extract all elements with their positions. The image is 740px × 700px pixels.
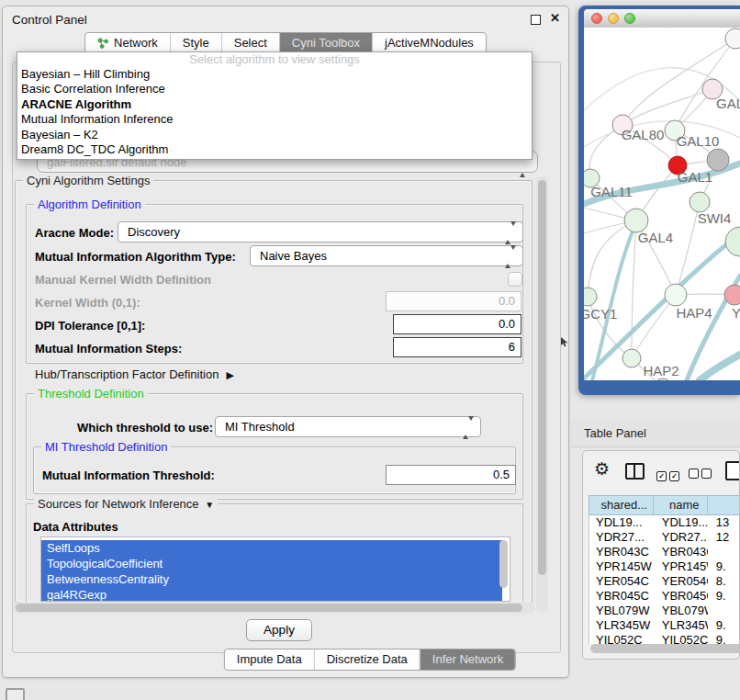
table-cell: YER054C — [589, 574, 654, 589]
algorithm-list: Bayesian – Hill ClimbingBasic Correlatio… — [17, 67, 532, 157]
close-traffic-light[interactable] — [591, 13, 602, 24]
algorithm-placeholder: Select algorithm to view settings — [17, 52, 532, 67]
split-columns-icon[interactable] — [625, 463, 645, 480]
algorithm-option[interactable]: Bayesian – Hill Climbing — [17, 67, 532, 82]
node-table-body: YDL19...YDL19...13YDR27...YDR27...12YBR0… — [589, 515, 740, 644]
tab-select[interactable]: Select — [221, 33, 279, 53]
network-node-salmon-node[interactable] — [724, 285, 740, 305]
mi-steps-field[interactable]: 6 — [393, 337, 521, 357]
table-row[interactable]: YBR043CYBR043C — [589, 545, 740, 559]
data-attributes-list[interactable]: SelfLoopsTopologicalCoefficientBetweenne… — [40, 536, 510, 602]
float-window-icon[interactable] — [531, 15, 541, 25]
table-cell: YBR043C — [589, 545, 654, 559]
select-all-columns-icon[interactable]: ✓✓ — [656, 466, 682, 482]
algorithm-option[interactable]: Basic Correlation Inference — [17, 82, 532, 96]
table-cell: YBL079W — [589, 604, 654, 618]
table-cell: YLR345W — [654, 618, 708, 633]
kernel-width-label: Kernel Width (0,1): — [35, 296, 140, 310]
table-cell: 8. — [708, 574, 740, 589]
table-row[interactable]: YIL052CYIL052C9. — [589, 633, 740, 644]
column-header-name[interactable]: name — [654, 496, 708, 514]
mi-threshold-field[interactable]: 0.5 — [386, 465, 516, 485]
node-label: GAL11 — [590, 184, 633, 199]
zoom-traffic-light[interactable] — [624, 13, 635, 24]
table-row[interactable]: YBL079WYBL079W — [589, 604, 740, 618]
network-edge[interactable] — [622, 89, 712, 125]
network-edge[interactable] — [632, 220, 636, 358]
data-attribute-item[interactable]: TopologicalCoefficient — [41, 556, 502, 571]
settings-vscrollbar-thumb[interactable] — [538, 180, 546, 575]
column-header-shared-name[interactable]: shared... — [589, 496, 654, 514]
tab-cyni-toolbox[interactable]: Cyni Toolbox — [279, 33, 372, 53]
table-row[interactable]: YLR345WYLR345W9. — [589, 618, 740, 633]
table-settings-gear-icon[interactable]: ⚙ — [594, 460, 610, 478]
window-title: Control Panel — [12, 13, 87, 27]
kernel-width-field[interactable]: 0.0 — [386, 291, 521, 311]
manual-kernel-checkbox[interactable] — [508, 272, 522, 287]
table-row[interactable]: YER054CYER054C8. — [589, 574, 740, 589]
which-threshold-combo[interactable]: MI Threshold — [215, 416, 481, 437]
table-cell: YLR345W — [589, 618, 654, 633]
table-cell: YIL052C — [654, 633, 708, 644]
aracne-mode-combo[interactable]: Discovery — [118, 221, 523, 243]
partial-bottom-icon[interactable] — [6, 688, 25, 700]
mouse-cursor-icon — [560, 337, 569, 348]
algorithm-definition-legend: Algorithm Definition — [34, 198, 145, 211]
data-attribute-item[interactable]: BetweennessCentrality — [41, 571, 502, 587]
tab-discretize-data[interactable]: Discretize Data — [314, 649, 420, 670]
settings-hscrollbar-thumb[interactable] — [16, 604, 522, 612]
network-node-hap2[interactable] — [622, 349, 641, 367]
table-panel-strip: Table Panel — [571, 421, 740, 447]
node-label: GAL80 — [622, 127, 665, 142]
node-label: GCY1 — [584, 306, 617, 322]
combo-spinner-icon — [505, 250, 516, 264]
table-row[interactable]: YBR045CYBR045C9. — [589, 589, 740, 604]
table-cell: YPR145W — [589, 559, 654, 574]
table-cell: YDL19... — [589, 515, 654, 530]
tab-network[interactable]: Network — [85, 33, 170, 53]
which-threshold-label: Which threshold to use: — [77, 421, 213, 435]
table-cell: 9. — [708, 589, 740, 604]
network-node-gcy1[interactable] — [584, 288, 597, 306]
mi-type-combo[interactable]: Naive Bayes — [250, 245, 523, 266]
data-attribute-item[interactable]: gal4RGexp — [41, 587, 502, 602]
apply-button[interactable]: Apply — [246, 619, 312, 641]
export-table-icon[interactable] — [725, 461, 740, 480]
data-attribute-item[interactable]: SelfLoops — [41, 540, 502, 556]
table-cell: YPR145W — [654, 559, 708, 574]
dpi-tolerance-label: DPI Tolerance [0,1]: — [35, 319, 145, 333]
tab-impute-data[interactable]: Impute Data — [225, 649, 314, 670]
node-table-header: shared... name — [589, 495, 740, 515]
algorithm-option[interactable]: Dream8 DC_TDC Algorithm — [17, 142, 532, 157]
deselect-all-columns-icon[interactable] — [689, 466, 714, 482]
algorithm-option[interactable]: Bayesian – K2 — [17, 128, 532, 142]
network-canvas[interactable]: GAL2GAL80GAL10GAL1GAL11SWI4GAL4HAP4YGCY1… — [584, 28, 740, 380]
network-edge[interactable] — [588, 220, 636, 297]
table-cell: 9. — [708, 618, 740, 633]
attributes-scrollbar[interactable] — [499, 540, 508, 588]
network-node-gray-node[interactable] — [707, 149, 729, 171]
table-hscrollbar-thumb[interactable] — [590, 644, 740, 653]
tab-infer-network[interactable]: Infer Network — [420, 649, 515, 670]
network-window-titlebar[interactable] — [584, 9, 740, 28]
hub-section-header[interactable]: Hub/Transcription Factor Definition▶ — [35, 367, 234, 381]
network-edge[interactable] — [700, 355, 740, 380]
algorithm-dropdown-popup: Select algorithm to view settings Bayesi… — [17, 51, 533, 160]
dpi-tolerance-field[interactable]: 0.0 — [393, 314, 521, 334]
network-node-swi4[interactable] — [690, 192, 710, 212]
close-icon[interactable]: ✕ — [550, 11, 560, 25]
table-cell: YER054C — [654, 574, 708, 589]
table-row[interactable]: YDL19...YDL19...13 — [589, 515, 740, 530]
network-node-bottom-partial[interactable] — [654, 378, 672, 380]
minimize-traffic-light[interactable] — [608, 13, 619, 24]
network-node-top-partial[interactable] — [725, 28, 740, 49]
algorithm-option[interactable]: Mutual Information Inference — [17, 112, 532, 127]
tab-style[interactable]: Style — [170, 33, 221, 53]
network-node-big-right[interactable] — [725, 227, 740, 256]
table-row[interactable]: YDR27...YDR27...12 — [589, 530, 740, 545]
network-node-hap4[interactable] — [665, 284, 687, 306]
table-row[interactable]: YPR145WYPR145W9. — [589, 559, 740, 574]
column-header-partial[interactable] — [708, 496, 740, 514]
algorithm-option[interactable]: ARACNE Algorithm — [17, 97, 532, 112]
tab-jactivemnodules[interactable]: jActiveMNodules — [372, 33, 486, 53]
